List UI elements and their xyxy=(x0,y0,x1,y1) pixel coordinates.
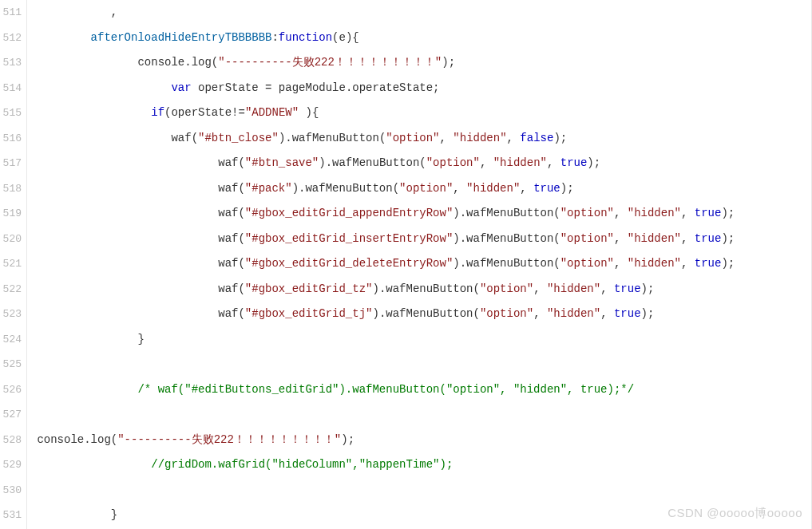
token: waf( xyxy=(30,132,198,144)
token: , xyxy=(600,282,614,295)
token-str: "#gbox_editGrid_tz" xyxy=(245,282,373,295)
token-str: "ADDNEW" xyxy=(245,106,299,119)
token: , xyxy=(547,156,560,169)
code-line[interactable]: waf("#pack").wafMenuButton("option", "hi… xyxy=(27,176,811,202)
token: waf( xyxy=(30,207,245,219)
code-line[interactable] xyxy=(27,352,811,377)
token xyxy=(30,383,137,396)
code-line[interactable]: console.log("----------失败222！！！！！！！！！"); xyxy=(27,428,811,453)
token: ); xyxy=(721,257,735,270)
token-str: "hidden" xyxy=(628,232,681,245)
code-area[interactable]: , afterOnloadHideEntryTBBBBBB:function(e… xyxy=(27,0,811,529)
token: , xyxy=(440,132,454,144)
token: ); xyxy=(560,182,574,195)
code-line[interactable]: var operState = pageModule.operateState; xyxy=(27,76,811,101)
token: , xyxy=(614,257,628,270)
token: ); xyxy=(341,433,355,446)
token: ).wafMenuButton( xyxy=(372,282,479,295)
token-bool: true xyxy=(614,307,641,320)
token-str: "hidden" xyxy=(628,207,681,219)
token-str: "hidden" xyxy=(453,132,506,144)
code-line[interactable]: waf("#gbox_editGrid_deleteEntryRow").waf… xyxy=(27,251,811,277)
line-number: 520 xyxy=(0,227,22,252)
token-str: "hidden" xyxy=(466,182,520,195)
code-line[interactable]: waf("#gbox_editGrid_insertEntryRow").waf… xyxy=(27,227,811,252)
line-number: 528 xyxy=(0,428,22,453)
token: ).wafMenuButton( xyxy=(372,307,479,320)
token-bool: true xyxy=(614,282,641,295)
token-bool: false xyxy=(520,132,553,144)
token: } xyxy=(30,508,117,521)
line-number: 512 xyxy=(0,26,22,51)
line-number: 526 xyxy=(0,377,22,403)
token-cmt: /* waf("#editButtons_editGrid").wafMenuB… xyxy=(137,383,634,396)
token: , xyxy=(533,307,547,320)
token: ){ xyxy=(299,106,319,119)
line-number: 522 xyxy=(0,277,22,302)
code-line[interactable]: console.log("----------失败222！！！！！！！！！"); xyxy=(27,50,811,76)
token: waf( xyxy=(30,257,245,270)
token-kw: if xyxy=(151,106,164,119)
token-str: "option" xyxy=(386,132,439,144)
token-str: "#pack" xyxy=(245,182,292,195)
token-str: "#gbox_editGrid_deleteEntryRow" xyxy=(245,257,453,270)
token: ); xyxy=(641,307,655,320)
token: , xyxy=(681,232,695,245)
token: , xyxy=(507,132,521,144)
token: ).wafMenuButton( xyxy=(279,132,386,144)
line-number: 527 xyxy=(0,402,22,428)
token-str: "option" xyxy=(426,156,480,169)
code-line[interactable] xyxy=(27,402,811,428)
token: , xyxy=(453,182,466,195)
code-line[interactable]: if(operState!="ADDNEW" ){ xyxy=(27,101,811,126)
code-line[interactable]: waf("#gbox_editGrid_tz").wafMenuButton("… xyxy=(27,277,811,302)
line-number: 524 xyxy=(0,327,22,353)
token: ); xyxy=(721,232,735,245)
code-line[interactable]: } xyxy=(27,327,811,353)
token: waf( xyxy=(30,282,245,295)
code-line[interactable]: /* waf("#editButtons_editGrid").wafMenuB… xyxy=(27,377,811,403)
token: operState = pageModule.operateState; xyxy=(192,81,440,94)
code-line[interactable]: waf("#gbox_editGrid_appendEntryRow").waf… xyxy=(27,201,811,227)
token: (e){ xyxy=(332,31,359,44)
token-bool: true xyxy=(560,156,588,169)
code-line[interactable]: afterOnloadHideEntryTBBBBBB:function(e){ xyxy=(27,26,811,51)
token-str: "----------失败222！！！！！！！！！" xyxy=(218,56,442,69)
line-number: 517 xyxy=(0,151,22,176)
token-kw: var xyxy=(171,81,191,94)
code-line[interactable]: waf("#btn_close").wafMenuButton("option"… xyxy=(27,126,811,152)
code-line[interactable]: waf("#btn_save").wafMenuButton("option",… xyxy=(27,151,811,176)
token-bool: true xyxy=(695,232,722,245)
token xyxy=(30,458,151,471)
token: , xyxy=(520,182,533,195)
token-str: "option" xyxy=(560,207,614,219)
line-number: 525 xyxy=(0,352,22,377)
token-bool: true xyxy=(695,257,722,270)
code-line[interactable]: //gridDom.wafGrid("hideColumn","happenTi… xyxy=(27,452,811,478)
token: , xyxy=(480,156,493,169)
code-line[interactable]: } xyxy=(27,503,811,528)
token: , xyxy=(533,282,547,295)
token: , xyxy=(614,207,628,219)
token-bool: true xyxy=(533,182,560,195)
token xyxy=(30,81,171,94)
token: waf( xyxy=(30,307,245,320)
token: ).wafMenuButton( xyxy=(453,257,560,270)
code-line[interactable] xyxy=(27,478,811,503)
token: , xyxy=(681,207,695,219)
token: ).wafMenuButton( xyxy=(319,156,426,169)
code-line[interactable]: , xyxy=(27,0,811,26)
token-str: "hidden" xyxy=(547,307,600,320)
token: : xyxy=(271,31,278,44)
token-str: "option" xyxy=(480,282,533,295)
token-kw: function xyxy=(279,31,332,44)
token-str: "option" xyxy=(560,257,614,270)
token: ); xyxy=(442,56,455,69)
code-line[interactable]: waf("#gbox_editGrid_tj").wafMenuButton("… xyxy=(27,302,811,327)
token-str: "#btn_close" xyxy=(198,132,279,144)
token-str: "#gbox_editGrid_tj" xyxy=(245,307,373,320)
line-number: 513 xyxy=(0,50,22,76)
token-str: "#btn_save" xyxy=(245,156,319,169)
token-str: "option" xyxy=(399,182,453,195)
token xyxy=(30,106,151,119)
